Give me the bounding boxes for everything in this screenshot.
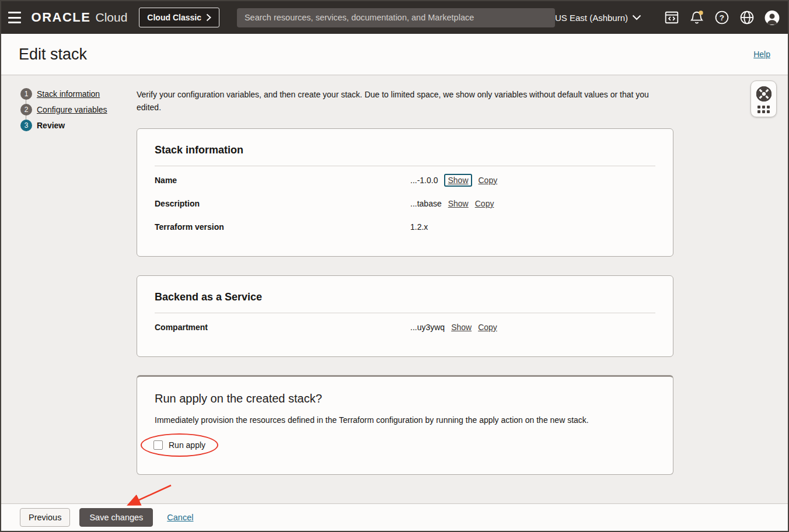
wizard-footer: Previous Save changes Cancel — [1, 503, 788, 531]
global-search — [237, 8, 555, 27]
step-label: Review — [37, 121, 65, 130]
copy-link[interactable]: Copy — [475, 199, 494, 208]
divider — [155, 313, 655, 313]
oracle-cloud-console: { "topbar": { "logo_oracle": "ORACLE", "… — [0, 0, 789, 532]
region-selector[interactable]: US East (Ashburn) — [555, 13, 641, 23]
language-globe-icon[interactable] — [739, 10, 755, 25]
content-area: 1 Stack information 2 Configure variable… — [1, 75, 788, 503]
chevron-right-icon — [206, 13, 211, 22]
run-apply-checkbox[interactable] — [153, 440, 163, 450]
previous-button[interactable]: Previous — [20, 508, 70, 527]
review-panel: Verify your configuration variables, and… — [137, 75, 673, 503]
step-stack-information[interactable]: 1 Stack information — [20, 88, 137, 100]
step-label[interactable]: Configure variables — [37, 105, 107, 114]
save-changes-button[interactable]: Save changes — [79, 508, 153, 527]
step-number-badge: 1 — [20, 88, 32, 100]
wizard-steps: 1 Stack information 2 Configure variable… — [1, 75, 137, 503]
show-link[interactable]: Show — [448, 176, 468, 185]
notification-badge — [699, 10, 703, 15]
cancel-link[interactable]: Cancel — [167, 513, 193, 522]
help-link[interactable]: Help — [753, 50, 770, 59]
user-avatar-icon[interactable] — [764, 10, 780, 25]
step-configure-variables[interactable]: 2 Configure variables — [20, 104, 137, 116]
step-number-badge: 3 — [20, 120, 32, 131]
name-label: Name — [155, 176, 410, 185]
notifications-bell-icon[interactable] — [689, 10, 704, 25]
help-question-icon[interactable]: ? — [714, 10, 729, 25]
run-apply-description: Immediately provision the resources defi… — [155, 415, 655, 425]
copy-link[interactable]: Copy — [479, 176, 498, 185]
cloud-classic-label: Cloud Classic — [147, 13, 201, 22]
topbar-right: US East (Ashburn) ? — [555, 10, 780, 25]
life-ring-icon — [755, 85, 773, 103]
search-input[interactable] — [237, 8, 555, 27]
copy-link[interactable]: Copy — [478, 323, 497, 332]
developer-tools-icon[interactable] — [664, 10, 679, 25]
page-title: Edit stack — [19, 46, 87, 64]
name-value: ...-1.0.0 — [410, 176, 438, 185]
compartment-label: Compartment — [155, 323, 410, 332]
run-apply-card: Run apply on the created stack? Immediat… — [137, 375, 673, 475]
table-row: Description ...tabase Show Copy — [155, 192, 655, 215]
svg-text:?: ? — [720, 13, 724, 22]
card-title: Backend as a Service — [155, 291, 655, 303]
step-review: 3 Review — [20, 120, 137, 131]
table-row: Terraform version 1.2.x — [155, 215, 655, 239]
review-intro-text: Verify your configuration variables, and… — [137, 88, 661, 114]
page-header: Edit stack Help — [1, 34, 788, 75]
table-row: Name ...-1.0.0 Show Copy — [155, 169, 655, 192]
show-link-focused[interactable]: Show — [444, 174, 472, 187]
run-apply-annotation-ellipse: Run apply — [141, 433, 218, 457]
show-link[interactable]: Show — [448, 199, 469, 208]
logo-oracle-text: ORACLE — [32, 10, 91, 25]
grid-dots-icon — [757, 106, 770, 113]
step-number-badge: 2 — [20, 104, 32, 116]
oracle-cloud-logo[interactable]: ORACLE Cloud — [32, 10, 128, 25]
run-apply-checkbox-label[interactable]: Run apply — [169, 440, 205, 450]
stack-information-card: Stack information Name ...-1.0.0 Show Co… — [137, 128, 673, 257]
chevron-down-icon — [632, 15, 641, 20]
divider — [155, 166, 655, 166]
backend-service-card: Backend as a Service Compartment ...uy3y… — [137, 275, 673, 357]
topbar: ORACLE Cloud Cloud Classic US East (Ashb… — [1, 1, 788, 34]
terraform-version-label: Terraform version — [155, 222, 410, 232]
terraform-version-value: 1.2.x — [410, 222, 428, 232]
card-title: Stack information — [155, 144, 655, 156]
cloud-classic-button[interactable]: Cloud Classic — [139, 8, 219, 27]
support-launcher[interactable] — [750, 80, 777, 117]
table-row: Compartment ...uy3ywq Show Copy — [155, 316, 655, 339]
region-label: US East (Ashburn) — [555, 13, 628, 23]
step-label[interactable]: Stack information — [37, 89, 100, 99]
compartment-value: ...uy3ywq — [410, 323, 445, 332]
description-label: Description — [155, 199, 410, 208]
run-apply-title: Run apply on the created stack? — [155, 392, 655, 405]
hamburger-menu-icon[interactable] — [8, 12, 21, 23]
show-link[interactable]: Show — [451, 323, 472, 332]
description-value: ...tabase — [410, 199, 442, 208]
logo-cloud-text: Cloud — [95, 10, 127, 24]
